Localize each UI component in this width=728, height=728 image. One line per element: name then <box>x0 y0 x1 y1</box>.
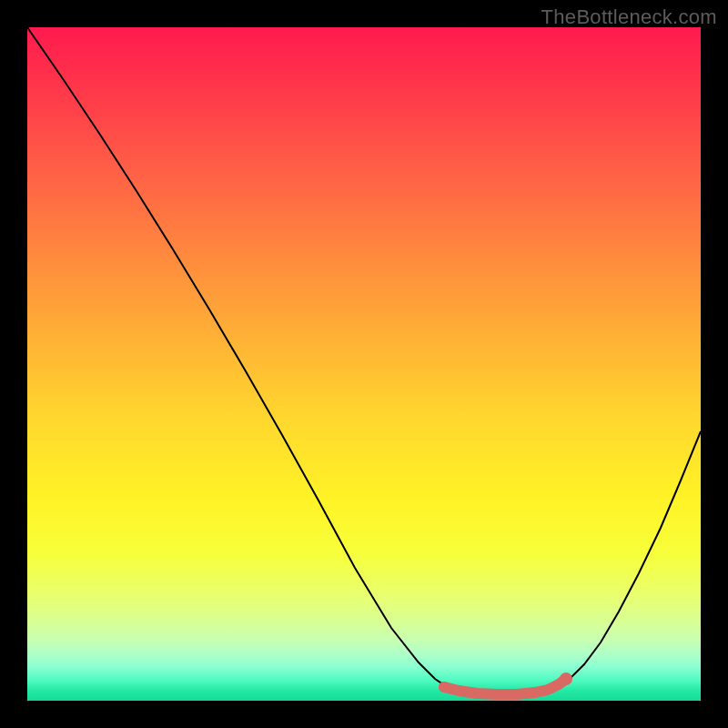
chart-svg <box>27 27 701 701</box>
chart-highlight-segment <box>444 679 566 694</box>
watermark-text: TheBottleneck.com <box>541 5 717 29</box>
chart-highlight-end-dot <box>560 672 572 685</box>
chart-plot-area <box>27 27 701 701</box>
chart-curve-main <box>27 27 701 694</box>
chart-highlight-start-dot <box>439 682 450 693</box>
